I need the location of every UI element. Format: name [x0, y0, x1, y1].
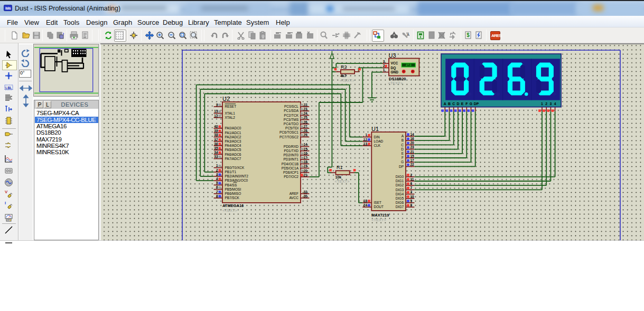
svg-text:6: 6	[410, 182, 413, 185]
svg-text:LOAD: LOAD	[374, 139, 384, 143]
svg-text:ISET: ISET	[374, 201, 381, 204]
svg-text:F: F	[402, 156, 404, 159]
svg-text:22: 22	[304, 103, 308, 107]
svg-text:PB4/SS: PB4/SS	[225, 183, 237, 187]
svg-text:3: 3	[216, 173, 218, 176]
svg-text:40: 40	[214, 125, 218, 128]
svg-text:8: 8	[410, 203, 413, 207]
svg-text:D: D	[456, 102, 459, 106]
svg-text:1: 1	[541, 102, 543, 106]
svg-text:DIG1: DIG1	[396, 179, 404, 183]
svg-text:U2: U2	[222, 96, 230, 102]
svg-text:18: 18	[363, 199, 368, 203]
svg-text:18: 18	[304, 160, 308, 164]
svg-text:PC3/TMS: PC3/TMS	[284, 118, 299, 121]
svg-text:DQ: DQ	[391, 66, 396, 70]
svg-text:23: 23	[410, 145, 415, 149]
svg-text:U3: U3	[389, 52, 396, 59]
svg-text:A: A	[402, 134, 404, 138]
svg-text:PA5/ADC5: PA5/ADC5	[225, 148, 241, 152]
svg-text:PB3/AIN1/OC0: PB3/AIN1/OC0	[225, 178, 248, 182]
svg-text:PA1/ADC1: PA1/ADC1	[225, 131, 241, 135]
svg-text:37: 37	[214, 138, 218, 142]
svg-text:PD5/OC1A: PD5/OC1A	[282, 166, 299, 170]
svg-text:12: 12	[214, 114, 218, 118]
svg-text:4k7: 4k7	[340, 74, 347, 78]
svg-text:PB7/SCK: PB7/SCK	[225, 196, 240, 200]
svg-text:G: G	[470, 102, 472, 106]
svg-text:21: 21	[304, 173, 308, 177]
svg-text:PD6/ICP1: PD6/ICP1	[283, 171, 298, 174]
svg-text:PD1/TXD: PD1/TXD	[284, 149, 299, 153]
svg-text:C: C	[452, 102, 455, 106]
svg-text:PC7/TOSC2: PC7/TOSC2	[279, 135, 298, 139]
svg-text:13: 13	[214, 109, 218, 113]
svg-text:17: 17	[304, 156, 308, 159]
svg-text:38: 38	[214, 133, 218, 137]
svg-text:PD4/OC1B: PD4/OC1B	[282, 162, 298, 166]
svg-text:8: 8	[216, 194, 218, 198]
svg-text:A: A	[407, 33, 409, 36]
svg-text:DOUT: DOUT	[374, 205, 384, 209]
svg-text:33: 33	[214, 155, 218, 158]
svg-text:PB6/MISO: PB6/MISO	[225, 192, 241, 195]
svg-text:2: 2	[545, 102, 547, 106]
svg-text:DIG5: DIG5	[396, 196, 404, 200]
svg-text:$: $	[466, 32, 470, 38]
svg-text:14: 14	[304, 143, 308, 146]
svg-text:<TEXT>: <TEXT>	[222, 208, 238, 213]
svg-text:RESET: RESET	[225, 105, 237, 108]
svg-text:20: 20	[410, 141, 415, 145]
svg-text:5: 5	[216, 181, 218, 185]
svg-text:PC2/TCK: PC2/TCK	[284, 114, 299, 117]
svg-text:4: 4	[216, 177, 218, 181]
svg-text:R1: R1	[337, 165, 343, 170]
svg-text:E: E	[461, 102, 464, 106]
svg-text:34: 34	[214, 150, 218, 154]
svg-text:20: 20	[304, 169, 308, 173]
svg-text:DIG6: DIG6	[396, 201, 404, 204]
svg-text:14: 14	[410, 133, 415, 136]
svg-text:PC5/TDI: PC5/TDI	[285, 126, 298, 130]
svg-text:PD0/RXD: PD0/RXD	[284, 145, 298, 148]
svg-text:9: 9	[216, 103, 218, 107]
svg-text:15: 15	[304, 147, 308, 151]
svg-text:PC6/TOSC1: PC6/TOSC1	[279, 130, 298, 134]
svg-text:PD7/OC2: PD7/OC2	[284, 175, 298, 178]
svg-text:11: 11	[410, 177, 414, 181]
svg-text:A: A	[444, 102, 446, 106]
svg-text:13: 13	[363, 142, 368, 146]
svg-text:<TEXT>: <TEXT>	[371, 218, 387, 222]
svg-text:DP: DP	[399, 165, 404, 168]
svg-text:E: E	[402, 152, 404, 155]
svg-text:D: D	[401, 147, 404, 151]
svg-text:6: 6	[216, 185, 218, 189]
svg-text:DIG7: DIG7	[396, 205, 404, 209]
svg-text:VCC: VCC	[391, 61, 398, 65]
svg-text:PA2/ADC2: PA2/ADC2	[225, 135, 241, 139]
svg-text:DP: DP	[474, 102, 479, 106]
svg-text:2: 2	[410, 173, 413, 177]
svg-text:29: 29	[304, 133, 308, 137]
svg-text:AVCC: AVCC	[289, 196, 298, 200]
svg-text:PC1/SDA: PC1/SDA	[284, 109, 298, 112]
svg-text:24: 24	[304, 111, 308, 115]
svg-text:36: 36	[214, 142, 218, 146]
svg-text:39: 39	[214, 129, 218, 133]
svg-text:16: 16	[410, 137, 415, 140]
svg-text:7: 7	[410, 186, 413, 190]
svg-text:1: 1	[365, 133, 367, 137]
svg-text:PB5/MOSI: PB5/MOSI	[225, 187, 241, 191]
svg-text:PA6/ADC6: PA6/ADC6	[225, 153, 241, 156]
svg-text:PD3/INT1: PD3/INT1	[283, 157, 298, 161]
svg-text:12: 12	[363, 138, 368, 142]
svg-text:<TEXT>: <TEXT>	[340, 78, 355, 83]
svg-text:R2: R2	[341, 64, 347, 70]
svg-text:PB0/T0/XCK: PB0/T0/XCK	[225, 166, 245, 169]
svg-text:PC4/TDO: PC4/TDO	[284, 122, 298, 126]
svg-text:17: 17	[410, 158, 415, 162]
svg-text:2: 2	[383, 64, 385, 68]
svg-text:16: 16	[304, 152, 308, 155]
svg-text:DIG0: DIG0	[396, 175, 404, 178]
svg-text:1: 1	[383, 68, 385, 72]
